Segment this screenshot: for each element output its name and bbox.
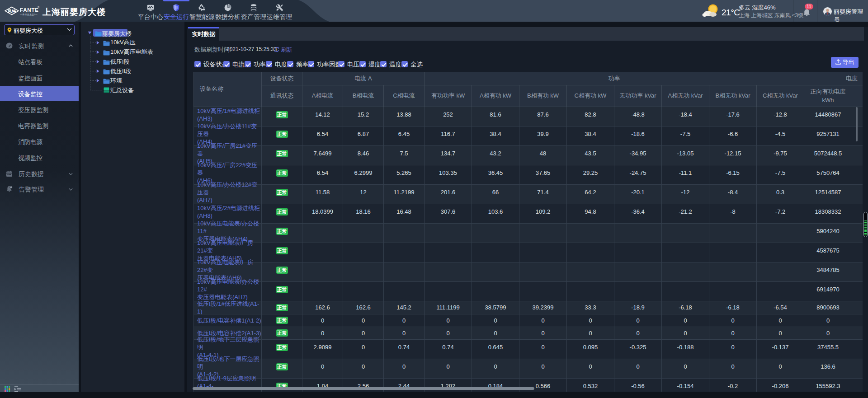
svg-text:®: ®: [38, 6, 39, 9]
svg-text:FANTE: FANTE: [20, 7, 39, 13]
svg-text:风特: 风特: [7, 9, 16, 14]
svg-text:—希保而永起/—: —希保而永起/—: [20, 13, 38, 16]
